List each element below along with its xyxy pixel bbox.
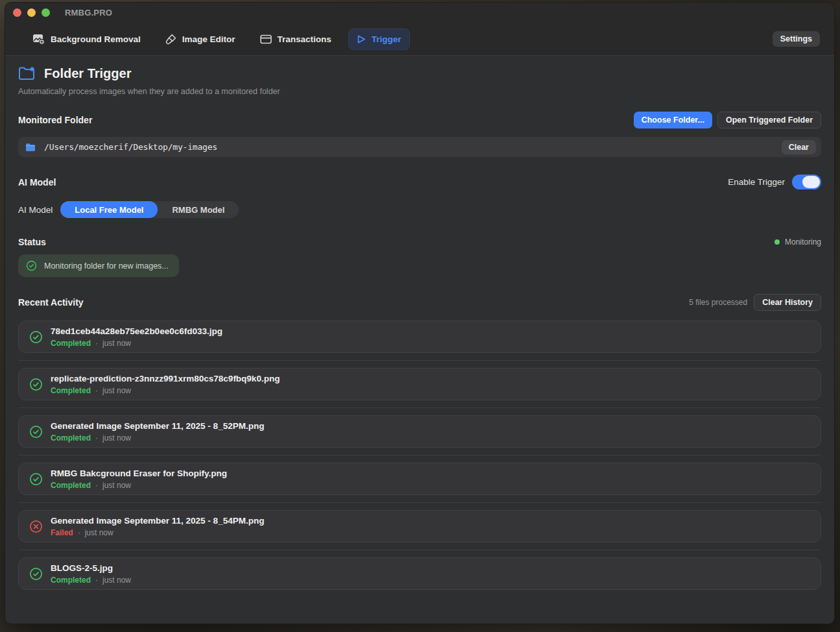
tab-trigger[interactable]: Trigger (348, 29, 410, 50)
enable-trigger-label: Enable Trigger (728, 177, 785, 187)
titlebar: RMBG.PRO (5, 3, 834, 23)
ai-model-row-label: AI Model (18, 205, 53, 215)
open-triggered-folder-button[interactable]: Open Triggered Folder (717, 112, 821, 128)
app-window: RMBG.PRO Background Removal Image Editor… (5, 2, 835, 624)
activity-item[interactable]: 78ed1ceb44a28eb75ee2b0ee0c6fd033.jpg Com… (18, 321, 821, 353)
status-section-label: Status (18, 237, 46, 247)
activity-item[interactable]: Generated Image September 11, 2025 - 8_5… (18, 510, 821, 542)
activity-filename: RMBG Bakcground Eraser for Shopify.png (51, 468, 227, 478)
tab-transactions[interactable]: Transactions (252, 29, 339, 49)
activity-filename: replicate-prediction-z3nnzz991xrm80cs78c… (51, 374, 280, 383)
activity-status: Completed (51, 339, 91, 348)
activity-time: just now (102, 576, 131, 585)
activity-status: Completed (51, 386, 91, 395)
traffic-lights (13, 8, 50, 17)
files-processed-count: 5 files processed (689, 298, 747, 307)
zoom-window-button[interactable] (42, 8, 50, 17)
monitoring-dot-icon (774, 239, 780, 245)
tab-label: Transactions (278, 34, 331, 44)
tab-label: Trigger (372, 34, 402, 44)
toggle-knob (802, 176, 820, 188)
activity-item[interactable]: BLOGS-2-5.jpg Completed·just now (18, 557, 821, 590)
folder-icon (25, 143, 36, 152)
activity-status: Completed (51, 576, 91, 585)
tab-label: Image Editor (182, 34, 235, 44)
page-title: Folder Trigger (44, 66, 131, 81)
check-circle-icon (26, 260, 37, 271)
clear-path-button[interactable]: Clear (782, 140, 816, 154)
activity-time: just now (102, 386, 131, 395)
minimize-window-button[interactable] (27, 8, 36, 17)
close-window-button[interactable] (13, 8, 21, 17)
activity-filename: 78ed1ceb44a28eb75ee2b0ee0c6fd033.jpg (51, 326, 222, 336)
dot-separator: · (95, 433, 98, 443)
folder-gear-icon (18, 66, 36, 81)
activity-filename: BLOGS-2-5.jpg (51, 563, 131, 573)
recent-activity-label: Recent Activity (18, 297, 84, 308)
monitored-folder-path: /Users/moezcherif/Desktop/my-images (44, 142, 782, 152)
activity-item[interactable]: replicate-prediction-z3nnzz991xrm80cs78c… (18, 368, 821, 400)
credit-card-icon (260, 34, 272, 44)
activity-item[interactable]: Generated Image September 11, 2025 - 8_5… (18, 415, 821, 448)
brush-icon (165, 34, 176, 45)
check-circle-icon (29, 378, 43, 391)
status-message-pill: Monitoring folder for new images... (18, 254, 179, 277)
tab-background-removal[interactable]: Background Removal (25, 29, 149, 50)
list-divider (18, 550, 821, 550)
activity-filename: Generated Image September 11, 2025 - 8_5… (51, 516, 264, 526)
dot-separator: · (95, 339, 98, 348)
choose-folder-button[interactable]: Choose Folder... (634, 112, 712, 128)
x-circle-icon (29, 520, 43, 533)
activity-time: just now (85, 528, 114, 537)
tab-label: Background Removal (51, 34, 141, 44)
monitored-folder-label: Monitored Folder (18, 115, 92, 125)
list-divider (18, 502, 821, 503)
segment-local-free-model[interactable]: Local Free Model (60, 201, 158, 218)
check-circle-icon (29, 330, 43, 344)
image-badge-icon (32, 34, 45, 45)
page-subtitle: Automatically process images when they a… (18, 87, 821, 96)
dot-separator: · (95, 481, 98, 490)
activity-list: 78ed1ceb44a28eb75ee2b0ee0c6fd033.jpg Com… (18, 321, 821, 590)
activity-filename: Generated Image September 11, 2025 - 8_5… (51, 421, 264, 431)
monitoring-badge: Monitoring (774, 237, 821, 247)
list-divider (18, 360, 821, 361)
list-divider (18, 407, 821, 408)
activity-status: Failed (51, 528, 73, 537)
clear-history-button[interactable]: Clear History (754, 294, 821, 311)
settings-button[interactable]: Settings (773, 31, 820, 47)
dot-separator: · (95, 386, 98, 395)
monitoring-badge-label: Monitoring (785, 237, 821, 247)
activity-item[interactable]: RMBG Bakcground Eraser for Shopify.png C… (18, 463, 821, 495)
trigger-page: Folder Trigger Automatically process ima… (5, 56, 834, 624)
activity-status: Completed (51, 433, 91, 443)
dot-separator: · (78, 528, 80, 537)
status-message: Monitoring folder for new images... (44, 261, 169, 271)
nav-tabs: Background Removal Image Editor Transact… (25, 29, 410, 50)
check-circle-icon (29, 472, 43, 486)
activity-time: just now (102, 339, 131, 348)
activity-time: just now (102, 481, 131, 490)
enable-trigger-toggle[interactable] (792, 175, 821, 189)
monitored-folder-path-field[interactable]: /Users/moezcherif/Desktop/my-images Clea… (18, 137, 821, 157)
dot-separator: · (95, 576, 98, 585)
list-divider (18, 455, 821, 456)
segment-rmbg-model[interactable]: RMBG Model (158, 201, 239, 218)
activity-status: Completed (51, 481, 91, 490)
window-title: RMBG.PRO (65, 8, 112, 18)
check-circle-icon (29, 567, 43, 581)
play-icon (357, 34, 366, 44)
ai-model-section-label: AI Model (18, 177, 56, 188)
activity-time: just now (102, 433, 131, 443)
check-circle-icon (29, 425, 43, 439)
tab-image-editor[interactable]: Image Editor (158, 29, 243, 50)
navbar: Background Removal Image Editor Transact… (5, 23, 834, 56)
ai-model-segmented-control: Local Free Model RMBG Model (60, 201, 239, 218)
